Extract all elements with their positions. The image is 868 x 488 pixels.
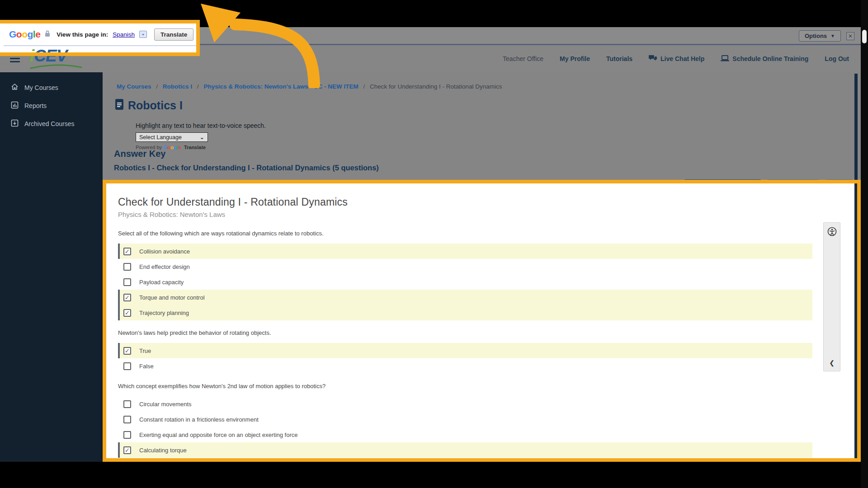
breadcrumb-separator: /	[197, 83, 199, 90]
option-row: Payload capacity	[118, 274, 812, 290]
screenshot-stage: Options ▼ ✕ Teacher Office My Profile Tu…	[0, 0, 868, 488]
language-select[interactable]: Select Language ⌄	[136, 132, 208, 142]
option-row: False	[118, 358, 812, 374]
browser-scrollbar-thumb[interactable]	[862, 30, 867, 43]
quiz-answer-key-panel: Check for Understanding I - Rotational D…	[106, 183, 857, 458]
document-icon	[115, 99, 124, 112]
option-row: Constant rotation in a frictionless envi…	[118, 412, 812, 427]
language-dropdown-icon[interactable]: ▼	[139, 31, 147, 38]
translate-prompt: View this page in:	[57, 31, 108, 38]
breadcrumb: My Courses / Robotics I / Physics & Robo…	[117, 83, 502, 90]
checkbox-unchecked[interactable]	[123, 400, 131, 408]
checkbox-checked[interactable]: ✓	[123, 446, 131, 454]
close-icon: ✕	[848, 33, 853, 39]
checkbox-unchecked[interactable]	[123, 278, 131, 286]
archive-icon	[11, 119, 19, 128]
question-text: Newton's laws help predict the behavior …	[118, 329, 857, 336]
sidebar: My Courses Reports Archived Courses	[0, 72, 103, 462]
breadcrumb-link-lesson[interactable]: Physics & Robotics: Newton's Laws - CC -…	[203, 83, 358, 90]
options-label: Options	[805, 33, 827, 39]
translate-close-button[interactable]: ✕	[846, 32, 854, 40]
nav-schedule-online-training[interactable]: Schedule Online Training	[721, 55, 808, 63]
bottom-black-bar	[0, 462, 868, 488]
question-text: Which concept exemplifies how Newton's 2…	[118, 383, 857, 389]
question-text: Select all of the following which are wa…	[118, 230, 857, 237]
select-chevron-icon: ⌄	[200, 134, 204, 141]
google-logo: Google	[9, 29, 40, 40]
translate-button[interactable]: Translate	[154, 28, 193, 41]
option-row: ✓ True	[118, 343, 812, 358]
accessibility-toolbar: ❮	[823, 222, 840, 371]
logo-cev: CEV	[34, 47, 67, 65]
logo-i: i	[30, 47, 34, 65]
question-options: Circular movements Constant rotation in …	[118, 396, 812, 458]
nav-live-chat-help[interactable]: Live Chat Help	[649, 55, 704, 63]
nav-log-out[interactable]: Log Out	[825, 55, 849, 62]
checkbox-checked[interactable]: ✓	[123, 248, 131, 255]
accessibility-icon[interactable]	[827, 227, 837, 238]
nav-my-profile[interactable]: My Profile	[560, 55, 590, 62]
translate-options-button[interactable]: Options ▼	[799, 30, 841, 42]
browser-scrollbar-track[interactable]	[861, 0, 868, 488]
breadcrumb-separator: /	[156, 83, 158, 90]
page-title: Robotics I	[128, 99, 183, 112]
icev-logo[interactable]: iCEV	[30, 48, 84, 72]
breadcrumb-current: Check for Understanding I - Rotational D…	[370, 83, 502, 90]
laptop-icon	[721, 55, 729, 63]
tts-hint: Highlight any text to hear text-to-voice…	[136, 122, 266, 129]
answer-key-heading: Answer Key	[114, 149, 166, 159]
option-row: Exerting equal and opposite force on an …	[118, 427, 812, 442]
chat-icon	[649, 55, 657, 63]
breadcrumb-link-robotics[interactable]: Robotics I	[163, 83, 192, 90]
lock-icon	[45, 30, 50, 39]
option-row: ✓ Torque and motor control	[118, 290, 812, 305]
checkbox-unchecked[interactable]	[123, 362, 131, 370]
nav-teacher-office[interactable]: Teacher Office	[503, 55, 543, 62]
option-row: End effector design	[118, 259, 812, 274]
option-row: ✓ Collision avoidance	[118, 244, 812, 259]
checkbox-unchecked[interactable]	[123, 416, 131, 423]
quiz-title: Check for Understanding I - Rotational D…	[118, 196, 857, 208]
option-row: ✓ Trajectory planning	[118, 305, 812, 320]
option-row: ✓ Calculating torque	[118, 442, 812, 458]
sidebar-item-reports[interactable]: Reports	[0, 97, 103, 115]
question-options: ✓ Collision avoidance End effector desig…	[118, 244, 812, 320]
home-icon	[11, 83, 19, 92]
checkbox-checked[interactable]: ✓	[123, 309, 131, 317]
sidebar-item-my-courses[interactable]: My Courses	[0, 79, 103, 97]
checkbox-unchecked[interactable]	[123, 431, 131, 439]
quiz-subtitle: Physics & Robotics: Newton's Laws	[118, 211, 857, 218]
nav-tutorials[interactable]: Tutorials	[606, 55, 632, 62]
reports-icon	[11, 101, 19, 110]
inner-scrollbar[interactable]	[854, 74, 858, 458]
checkbox-checked[interactable]: ✓	[123, 347, 131, 355]
translate-language-link[interactable]: Spanish	[113, 31, 135, 38]
checkbox-checked[interactable]: ✓	[123, 294, 131, 301]
options-caret-icon: ▼	[830, 33, 835, 38]
sidebar-item-archived-courses[interactable]: Archived Courses	[0, 115, 103, 133]
checkbox-unchecked[interactable]	[123, 263, 131, 271]
collapse-panel-chevron[interactable]: ❮	[824, 359, 840, 366]
option-row: Circular movements	[118, 396, 812, 412]
main-nav: Teacher Office My Profile Tutorials Live…	[503, 45, 849, 72]
assessment-heading: Robotics I - Check for Understanding I -…	[114, 164, 379, 172]
question-options: ✓ True False	[118, 343, 812, 374]
logo-swoosh	[30, 64, 83, 70]
breadcrumb-separator: /	[363, 83, 365, 90]
breadcrumb-link-my-courses[interactable]: My Courses	[117, 83, 151, 90]
